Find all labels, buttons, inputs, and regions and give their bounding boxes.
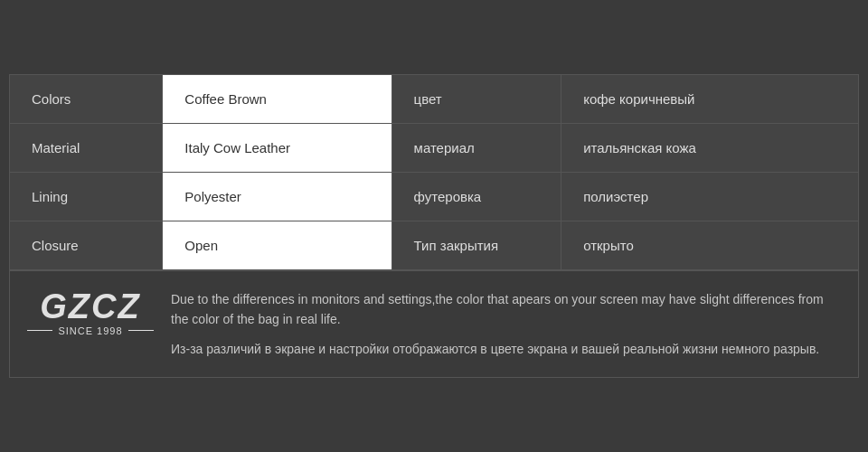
cell-value-ru: полиэстер <box>561 172 858 221</box>
main-container: ColorsCoffee Brownцветкофе коричневыйMat… <box>9 74 859 378</box>
cell-value-ru: итальянская кожа <box>561 123 858 172</box>
footer-text: Due to the differences in monitors and s… <box>171 289 836 359</box>
footer-section: GZCZ SINCE 1998 Due to the differences i… <box>10 270 858 377</box>
table-row: LiningPolyesterфутеровкаполиэстер <box>10 172 858 221</box>
table-row: ClosureOpenТип закрытияоткрыто <box>10 221 858 269</box>
cell-value-en: Polyester <box>163 172 392 221</box>
logo-text: GZCZ <box>40 289 140 324</box>
logo-line-left <box>27 330 52 331</box>
logo-sub: SINCE 1998 <box>27 325 153 336</box>
cell-label-en: Material <box>10 123 163 172</box>
logo-area: GZCZ SINCE 1998 <box>32 289 149 336</box>
cell-label-ru: Тип закрытия <box>392 221 561 269</box>
footer-text-en: Due to the differences in monitors and s… <box>171 289 836 330</box>
cell-value-en: Open <box>163 221 392 269</box>
footer-text-ru: Из-за различий в экране и настройки отоб… <box>171 339 836 359</box>
cell-value-ru: кофе коричневый <box>561 75 858 124</box>
cell-value-en: Italy Cow Leather <box>163 123 392 172</box>
cell-label-ru: футеровка <box>392 172 561 221</box>
cell-label-ru: материал <box>392 123 561 172</box>
logo-line-right <box>128 330 154 331</box>
logo-since: SINCE 1998 <box>58 325 122 336</box>
table-row: MaterialItaly Cow Leatherматериалитальян… <box>10 123 858 172</box>
cell-value-en: Coffee Brown <box>163 75 392 124</box>
cell-value-ru: открыто <box>561 221 858 269</box>
cell-label-en: Colors <box>10 75 163 124</box>
cell-label-en: Lining <box>10 172 163 221</box>
cell-label-ru: цвет <box>392 75 561 124</box>
table-row: ColorsCoffee Brownцветкофе коричневый <box>10 75 858 124</box>
cell-label-en: Closure <box>10 221 163 269</box>
product-table: ColorsCoffee Brownцветкофе коричневыйMat… <box>10 75 858 270</box>
